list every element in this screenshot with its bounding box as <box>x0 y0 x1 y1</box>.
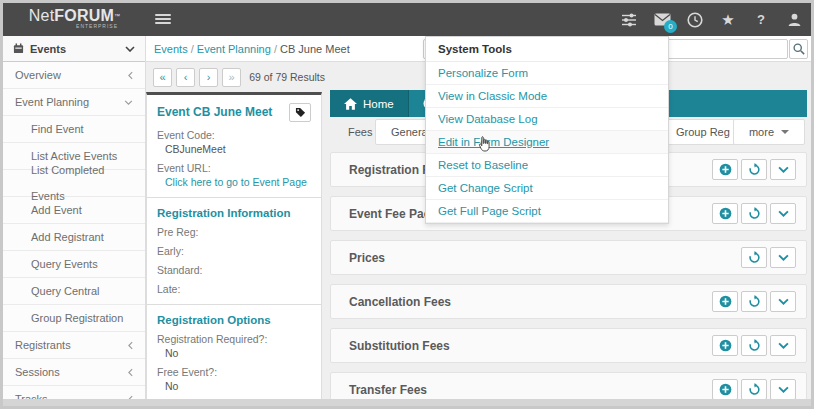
sidebar-item-label: Registrants <box>15 332 128 358</box>
sidebar-item-find-event[interactable]: Find Event <box>3 116 145 143</box>
breadcrumb-link-events[interactable]: Events <box>154 43 188 55</box>
breadcrumb-separator: / <box>274 43 277 55</box>
sidebar-item-query-central[interactable]: Query Central <box>3 278 145 305</box>
refresh-icon <box>748 163 761 176</box>
events-module-icon <box>13 43 24 54</box>
pagination-next-button[interactable]: › <box>199 68 218 87</box>
chevron-left-icon <box>128 341 133 350</box>
netforum-logo: NetFORUM™ ENTERPRISE <box>3 3 146 36</box>
registration-required-label: Registration Required?: <box>157 333 311 345</box>
sidebar-item-tracks[interactable]: Tracks <box>3 386 145 399</box>
refresh-button[interactable] <box>741 335 767 356</box>
add-row-button[interactable] <box>712 379 738 399</box>
section-title: Transfer Fees <box>331 383 712 397</box>
add-row-button[interactable] <box>712 203 738 224</box>
help-icon[interactable]: ? <box>752 11 770 29</box>
sidebar-item-label: Sessions <box>15 359 128 385</box>
chevron-down-icon <box>778 166 789 173</box>
breadcrumb-separator: / <box>191 43 194 55</box>
event-page-link[interactable]: Click here to go to Event Page <box>157 176 311 188</box>
sidebar-item-overview[interactable]: Overview <box>3 62 145 89</box>
chevron-down-icon <box>778 210 789 217</box>
breadcrumb: Events / Event Planning / CB June Meet <box>154 36 350 62</box>
chevron-left-icon <box>128 71 133 80</box>
bottom-scrollbar-track[interactable] <box>3 399 811 406</box>
sidebar-item-registrants[interactable]: Registrants <box>3 332 145 359</box>
collapse-button[interactable] <box>770 335 796 356</box>
history-clock-icon[interactable] <box>686 11 704 29</box>
section-title: Prices <box>331 251 741 265</box>
add-row-button[interactable] <box>712 291 738 312</box>
hamburger-menu-icon[interactable] <box>155 12 171 26</box>
sidebar-item-label: Find Event <box>31 116 133 142</box>
messages-mail-icon[interactable]: 0 <box>653 11 671 29</box>
user-profile-icon[interactable] <box>785 11 803 29</box>
sidebar-item-list-completed-events[interactable]: List Completed Events <box>3 170 145 197</box>
home-button[interactable]: Home <box>330 90 409 117</box>
tag-button[interactable] <box>289 103 311 122</box>
section-prices: Prices <box>330 240 807 275</box>
caret-down-icon <box>781 130 789 134</box>
sidebar-item-label: Overview <box>15 62 128 88</box>
plus-circle-icon <box>719 383 732 396</box>
sidebar-module-label: Events <box>30 43 66 55</box>
search-button[interactable] <box>789 39 808 59</box>
sidebar-item-label: Query Central <box>31 278 133 304</box>
refresh-icon <box>748 207 761 220</box>
menu-item-edit-in-form-designer[interactable]: Edit in Form Designer <box>426 131 668 154</box>
menu-item-reset-to-baseline[interactable]: Reset to Baseline <box>426 154 668 177</box>
sidebar-item-add-event[interactable]: Add Event <box>3 197 145 224</box>
refresh-button[interactable] <box>741 291 767 312</box>
sidebar-item-query-events[interactable]: Query Events <box>3 251 145 278</box>
menu-item-get-full-page-script[interactable]: Get Full Page Script <box>426 200 668 223</box>
collapse-button[interactable] <box>770 291 796 312</box>
plus-circle-icon <box>719 339 732 352</box>
magnifier-icon <box>793 43 805 55</box>
section-substitution-fees: Substitution Fees <box>330 328 807 363</box>
free-event-label: Free Event?: <box>157 366 311 378</box>
collapse-button[interactable] <box>770 247 796 268</box>
collapse-button[interactable] <box>770 203 796 224</box>
favorites-star-icon[interactable]: ★ <box>719 11 737 29</box>
event-code-value: CBJuneMeet <box>157 143 311 155</box>
pagination-last-button[interactable]: » <box>222 68 241 87</box>
hand-pointer-cursor <box>476 136 491 153</box>
chevron-down-icon <box>778 298 789 305</box>
refresh-icon <box>748 251 761 264</box>
plus-circle-icon <box>719 163 732 176</box>
menu-item-get-change-script[interactable]: Get Change Script <box>426 177 668 200</box>
logo-trademark: ™ <box>114 13 120 19</box>
refresh-button[interactable] <box>741 247 767 268</box>
refresh-button[interactable] <box>741 203 767 224</box>
menu-item-personalize-form[interactable]: Personalize Form <box>426 62 668 85</box>
chevron-down-icon <box>125 46 135 52</box>
add-row-button[interactable] <box>712 335 738 356</box>
refresh-button[interactable] <box>741 379 767 399</box>
menu-item-view-in-classic-mode[interactable]: View in Classic Mode <box>426 85 668 108</box>
event-record-title[interactable]: Event CB June Meet <box>157 103 289 119</box>
sidebar-item-sessions[interactable]: Sessions <box>3 359 145 386</box>
section-title: Cancellation Fees <box>331 295 712 309</box>
event-url-label: Event URL: <box>157 162 311 174</box>
sidebar-module-selector[interactable]: Events <box>3 36 145 62</box>
system-tools-menu: System Tools Personalize Form View in Cl… <box>425 36 669 224</box>
refresh-button[interactable] <box>741 159 767 180</box>
chevron-down-icon <box>778 254 789 261</box>
breadcrumb-link-event-planning[interactable]: Event Planning <box>197 43 271 55</box>
sidebar-item-group-registration[interactable]: Group Registration <box>3 305 145 332</box>
sidebar-item-add-registrant[interactable]: Add Registrant <box>3 224 145 251</box>
pagination-prev-button[interactable]: ‹ <box>176 68 195 87</box>
add-row-button[interactable] <box>712 159 738 180</box>
logo-text-light: Net <box>29 7 55 24</box>
menu-item-view-database-log[interactable]: View Database Log <box>426 108 668 131</box>
top-navbar: NetFORUM™ ENTERPRISE 0 ★ ? <box>3 3 811 36</box>
sliders-settings-icon[interactable] <box>620 11 638 29</box>
sidebar-item-label: Tracks <box>15 386 128 399</box>
tab-more-dropdown[interactable]: more <box>733 119 805 145</box>
system-tools-menu-header: System Tools <box>426 37 668 62</box>
sidebar-item-event-planning[interactable]: Event Planning <box>3 89 145 116</box>
pagination-first-button[interactable]: « <box>153 68 172 87</box>
collapse-button[interactable] <box>770 159 796 180</box>
chevron-down-icon <box>778 386 789 393</box>
collapse-button[interactable] <box>770 379 796 399</box>
